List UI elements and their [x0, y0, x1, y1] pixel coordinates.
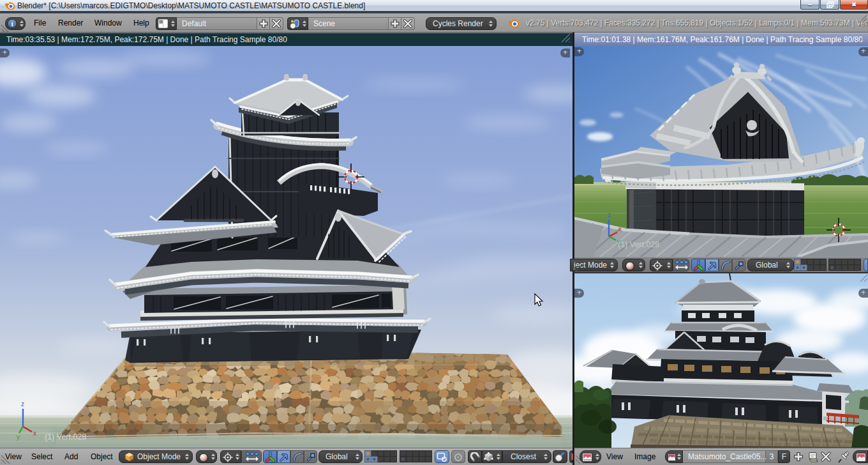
- svg-text:i: i: [11, 20, 13, 27]
- svg-text:x: x: [618, 225, 622, 232]
- svg-text:x: x: [33, 430, 36, 437]
- svg-text:z: z: [608, 211, 611, 218]
- svg-text:(1) Vert.028: (1) Vert.028: [618, 240, 659, 249]
- svg-text:y: y: [17, 434, 20, 441]
- svg-text:z: z: [21, 400, 24, 408]
- svg-text:(1) Vert.028: (1) Vert.028: [45, 432, 86, 441]
